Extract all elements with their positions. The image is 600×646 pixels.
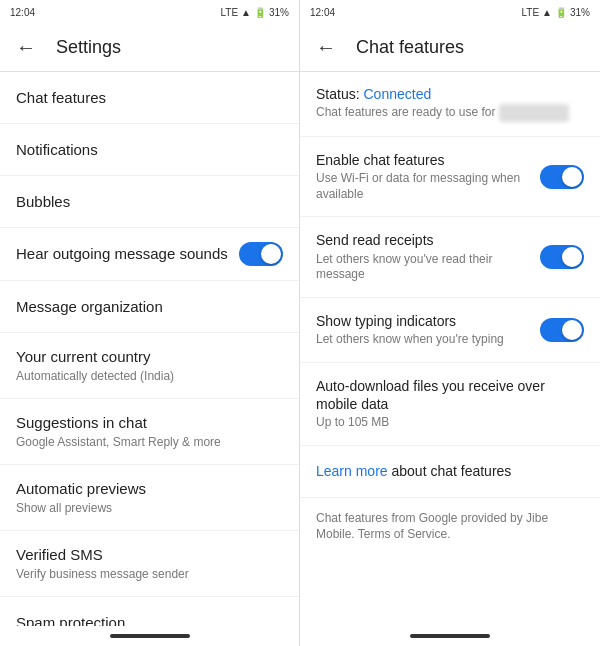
status-subtitle: Chat features are ready to use for [316, 104, 576, 122]
settings-item-chat-features-title: Chat features [16, 88, 283, 108]
left-battery-pct: 31% [269, 7, 289, 18]
left-top-bar: ← Settings [0, 24, 299, 72]
left-signal: LTE [220, 7, 238, 18]
settings-item-spam[interactable]: Spam protection [0, 597, 299, 626]
settings-item-previews-title: Automatic previews [16, 479, 283, 499]
cf-learn-more-item[interactable]: Learn more about chat features [300, 446, 600, 498]
cf-typing-subtitle: Let others know when you're typing [316, 332, 532, 348]
settings-item-notifications[interactable]: Notifications [0, 124, 299, 176]
left-home-indicator [0, 626, 299, 646]
chat-features-status-item: Status: Connected Chat features are read… [300, 72, 600, 137]
right-back-button[interactable]: ← [316, 36, 336, 59]
settings-item-country-subtitle: Automatically detected (India) [16, 369, 283, 385]
cf-enable-chat-title: Enable chat features [316, 151, 532, 169]
settings-item-verified-sms-title: Verified SMS [16, 545, 283, 565]
left-status-icons: LTE ▲ 🔋 31% [220, 7, 289, 18]
settings-item-country[interactable]: Your current country Automatically detec… [0, 333, 299, 399]
settings-item-country-title: Your current country [16, 347, 283, 367]
cf-typing-title: Show typing indicators [316, 312, 532, 330]
status-label: Status: [316, 86, 360, 102]
settings-item-bubbles-title: Bubbles [16, 192, 283, 212]
right-home-indicator [300, 626, 600, 646]
cf-auto-download-subtitle: Up to 105 MB [316, 415, 576, 431]
settings-item-suggestions[interactable]: Suggestions in chat Google Assistant, Sm… [0, 399, 299, 465]
settings-item-message-org-title: Message organization [16, 297, 283, 317]
learn-more-suffix: about chat features [388, 463, 512, 479]
cf-read-receipts-title: Send read receipts [316, 231, 532, 249]
typing-toggle[interactable] [540, 318, 584, 342]
right-panel: 12:04 LTE ▲ 🔋 31% ← Chat features Status… [300, 0, 600, 646]
left-screen-title: Settings [56, 37, 121, 58]
left-signal-bars: ▲ [241, 7, 251, 18]
settings-item-bubbles[interactable]: Bubbles [0, 176, 299, 228]
chat-features-list: Status: Connected Chat features are read… [300, 72, 600, 626]
settings-list: Chat features Notifications Bubbles Hear… [0, 72, 299, 626]
settings-item-hear-sounds[interactable]: Hear outgoing message sounds [0, 228, 299, 281]
read-receipts-toggle[interactable] [540, 245, 584, 269]
left-status-bar: 12:04 LTE ▲ 🔋 31% [0, 0, 299, 24]
left-battery-icon: 🔋 [254, 7, 266, 18]
status-value: Connected [363, 86, 431, 102]
cf-item-enable-chat[interactable]: Enable chat features Use Wi-Fi or data f… [300, 137, 600, 217]
cf-auto-download-title: Auto-download files you receive over mob… [316, 377, 576, 413]
right-battery-icon: 🔋 [555, 7, 567, 18]
settings-item-previews[interactable]: Automatic previews Show all previews [0, 465, 299, 531]
left-back-button[interactable]: ← [16, 36, 36, 59]
settings-item-suggestions-title: Suggestions in chat [16, 413, 283, 433]
blurred-info [499, 104, 569, 122]
left-home-bar [110, 634, 190, 638]
right-signal: LTE [521, 7, 539, 18]
right-battery-pct: 31% [570, 7, 590, 18]
hear-sounds-toggle[interactable] [239, 242, 283, 266]
right-home-bar [410, 634, 490, 638]
right-top-bar: ← Chat features [300, 24, 600, 72]
right-time: 12:04 [310, 7, 335, 18]
cf-footer: Chat features from Google provided by Ji… [300, 498, 600, 556]
settings-item-suggestions-subtitle: Google Assistant, Smart Reply & more [16, 435, 283, 451]
enable-chat-toggle[interactable] [540, 165, 584, 189]
right-signal-bars: ▲ [542, 7, 552, 18]
settings-item-verified-sms[interactable]: Verified SMS Verify business message sen… [0, 531, 299, 597]
left-time: 12:04 [10, 7, 35, 18]
settings-item-hear-sounds-title: Hear outgoing message sounds [16, 244, 239, 264]
settings-item-spam-title: Spam protection [16, 613, 283, 626]
settings-item-verified-sms-subtitle: Verify business message sender [16, 567, 283, 583]
settings-item-chat-features[interactable]: Chat features [0, 72, 299, 124]
settings-item-message-org[interactable]: Message organization [0, 281, 299, 333]
cf-item-auto-download[interactable]: Auto-download files you receive over mob… [300, 363, 600, 446]
right-screen-title: Chat features [356, 37, 464, 58]
cf-item-read-receipts[interactable]: Send read receipts Let others know you'v… [300, 217, 600, 297]
status-line: Status: Connected [316, 86, 576, 102]
learn-more-link[interactable]: Learn more [316, 463, 388, 479]
cf-item-typing[interactable]: Show typing indicators Let others know w… [300, 298, 600, 363]
right-status-bar: 12:04 LTE ▲ 🔋 31% [300, 0, 600, 24]
cf-enable-chat-subtitle: Use Wi-Fi or data for messaging when ava… [316, 171, 532, 202]
left-panel: 12:04 LTE ▲ 🔋 31% ← Settings Chat featur… [0, 0, 300, 646]
settings-item-previews-subtitle: Show all previews [16, 501, 283, 517]
right-status-icons: LTE ▲ 🔋 31% [521, 7, 590, 18]
settings-item-notifications-title: Notifications [16, 140, 283, 160]
cf-read-receipts-subtitle: Let others know you've read their messag… [316, 252, 532, 283]
